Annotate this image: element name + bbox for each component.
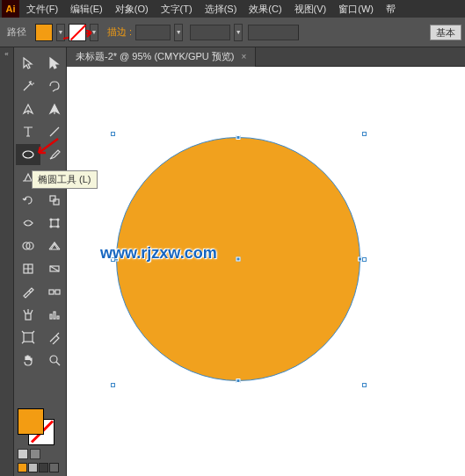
draw-behind-icon[interactable] bbox=[28, 463, 38, 472]
svg-rect-16 bbox=[50, 314, 52, 319]
shape-builder-tool[interactable] bbox=[16, 235, 40, 256]
fill-stroke-area bbox=[14, 405, 66, 476]
selection-type-label: 路径 bbox=[7, 25, 26, 39]
anchor-point-n[interactable] bbox=[236, 135, 241, 140]
svg-rect-3 bbox=[54, 199, 59, 205]
fill-dropdown-icon[interactable]: ▼ bbox=[56, 24, 65, 41]
stroke-type-dropdown-icon[interactable]: ▼ bbox=[234, 24, 243, 41]
eyedropper-tool[interactable] bbox=[16, 281, 40, 302]
svg-rect-15 bbox=[25, 314, 31, 320]
watermark-text: www.rjzxw.com bbox=[100, 244, 217, 263]
bbox-handle-sw[interactable] bbox=[111, 383, 115, 387]
svg-rect-17 bbox=[54, 312, 55, 319]
width-tool[interactable] bbox=[16, 213, 40, 234]
symbol-sprayer-tool[interactable] bbox=[16, 304, 40, 325]
mesh-tool[interactable] bbox=[16, 258, 40, 279]
perspective-grid-tool[interactable] bbox=[42, 235, 67, 256]
artboard[interactable]: www.rjzxw.com bbox=[67, 67, 465, 476]
svg-rect-13 bbox=[49, 290, 54, 294]
stroke-label: 描边 : bbox=[107, 25, 132, 39]
bbox-handle-ne[interactable] bbox=[362, 132, 367, 136]
tool-tooltip: 椭圆工具 (L) bbox=[32, 170, 98, 189]
tools-panel: 椭圆工具 (L) bbox=[14, 47, 67, 476]
direct-selection-tool[interactable] bbox=[42, 53, 67, 74]
menu-type[interactable]: 文字(T) bbox=[156, 1, 198, 18]
magic-wand-tool[interactable] bbox=[16, 76, 40, 97]
menu-bar: Ai 文件(F) 编辑(E) 对象(O) 文字(T) 选择(S) 效果(C) 视… bbox=[0, 0, 465, 18]
document-tab-title: 未标题-2* @ 95% (CMYK/GPU 预览) bbox=[76, 50, 234, 63]
svg-rect-2 bbox=[50, 196, 55, 201]
stroke-weight-dropdown-icon[interactable]: ▼ bbox=[174, 24, 183, 41]
app-logo: Ai bbox=[2, 0, 19, 18]
blend-tool[interactable] bbox=[42, 281, 67, 302]
pen-tool[interactable] bbox=[16, 98, 40, 119]
menu-object[interactable]: 对象(O) bbox=[110, 1, 154, 18]
lasso-tool[interactable] bbox=[42, 76, 67, 97]
gradient-mode-icon[interactable] bbox=[30, 449, 40, 459]
type-tool[interactable] bbox=[16, 121, 40, 142]
line-segment-tool[interactable] bbox=[42, 121, 67, 142]
stroke-type-dropdown[interactable] bbox=[190, 25, 230, 40]
selection-tool[interactable] bbox=[16, 53, 40, 74]
close-tab-icon[interactable]: × bbox=[241, 52, 246, 61]
panel-collapse-strip[interactable]: « bbox=[0, 47, 14, 476]
bbox-handle-e[interactable] bbox=[362, 257, 367, 262]
collapse-toggle-icon[interactable]: « bbox=[1, 50, 13, 59]
bbox-handle-se[interactable] bbox=[362, 383, 367, 387]
paintbrush-tool[interactable] bbox=[42, 144, 67, 165]
document-tab-bar: 未标题-2* @ 95% (CMYK/GPU 预览) × bbox=[67, 47, 465, 67]
svg-rect-19 bbox=[24, 333, 33, 342]
draw-inside-icon[interactable] bbox=[39, 463, 48, 472]
color-mode-icon[interactable] bbox=[18, 449, 28, 459]
fill-swatch[interactable] bbox=[35, 24, 53, 41]
scale-tool[interactable] bbox=[42, 190, 67, 211]
column-graph-tool[interactable] bbox=[42, 304, 67, 325]
fill-swatch-large[interactable] bbox=[18, 408, 44, 435]
menu-select[interactable]: 选择(S) bbox=[200, 1, 243, 18]
svg-point-20 bbox=[50, 356, 57, 363]
menu-file[interactable]: 文件(F) bbox=[21, 1, 63, 18]
document-tab[interactable]: 未标题-2* @ 95% (CMYK/GPU 预览) × bbox=[67, 47, 256, 67]
svg-rect-14 bbox=[55, 290, 60, 294]
fill-stroke-swatches[interactable] bbox=[18, 408, 54, 445]
brush-def-dropdown[interactable] bbox=[248, 25, 299, 40]
menu-help[interactable]: 帮 bbox=[381, 1, 401, 18]
draw-normal-icon[interactable] bbox=[18, 463, 27, 472]
curvature-tool[interactable] bbox=[42, 98, 67, 119]
menu-edit[interactable]: 编辑(E) bbox=[65, 1, 108, 18]
screen-mode-icon[interactable] bbox=[49, 463, 59, 472]
rotate-tool[interactable] bbox=[16, 190, 40, 211]
artboard-tool[interactable] bbox=[16, 327, 40, 348]
menu-effect[interactable]: 效果(C) bbox=[243, 1, 287, 18]
menu-view[interactable]: 视图(V) bbox=[289, 1, 332, 18]
anchor-point-s[interactable] bbox=[236, 379, 241, 383]
slice-tool[interactable] bbox=[42, 327, 67, 348]
free-transform-tool[interactable] bbox=[42, 213, 67, 234]
graphic-style-basic[interactable]: 基本 bbox=[430, 25, 461, 40]
menu-window[interactable]: 窗口(W) bbox=[333, 1, 379, 18]
zoom-tool[interactable] bbox=[42, 350, 67, 371]
svg-rect-18 bbox=[57, 316, 59, 319]
hand-tool[interactable] bbox=[16, 350, 40, 371]
options-bar: 路径 ▼ ▼ 描边 : ▼ ▼ 基本 bbox=[0, 18, 465, 47]
center-point[interactable] bbox=[236, 257, 241, 262]
bbox-handle-nw[interactable] bbox=[111, 132, 115, 136]
ellipse-tool[interactable] bbox=[16, 144, 40, 165]
stroke-dropdown-icon[interactable]: ▼ bbox=[90, 24, 98, 41]
svg-point-0 bbox=[23, 151, 33, 158]
svg-rect-4 bbox=[51, 220, 58, 227]
document-area: 未标题-2* @ 95% (CMYK/GPU 预览) × bbox=[67, 47, 465, 476]
gradient-tool[interactable] bbox=[42, 258, 67, 279]
stroke-swatch[interactable] bbox=[69, 24, 86, 41]
canvas-viewport[interactable]: www.rjzxw.com bbox=[67, 67, 465, 476]
stroke-weight-input[interactable] bbox=[135, 25, 171, 40]
